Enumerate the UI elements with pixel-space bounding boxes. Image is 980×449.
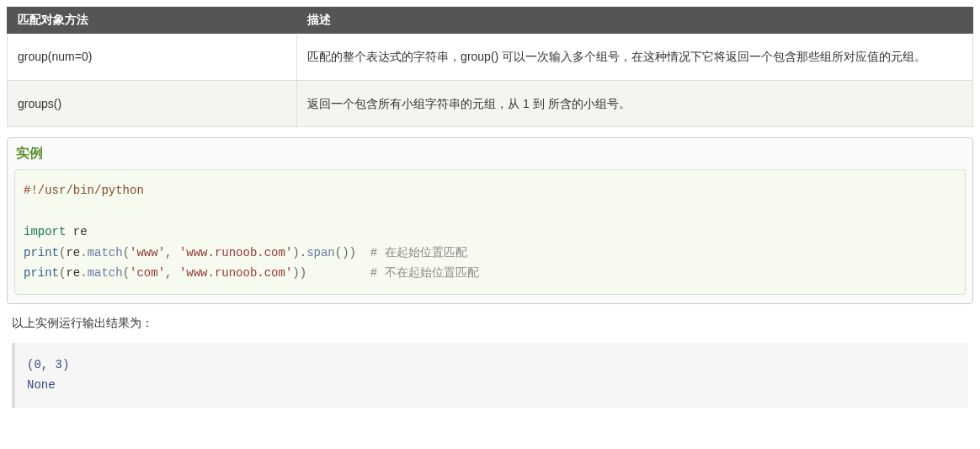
table-row: groups() 返回一个包含所有小组字符串的元组，从 1 到 所含的小组号。 [8,80,973,127]
obj-re: re [66,266,80,280]
code-block: #!/usr/bin/python import re print(re.mat… [14,169,966,295]
str: 'www.runoob.com' [179,266,292,280]
shebang-line: #!/usr/bin/python [24,184,144,197]
fn-span: span [306,246,335,259]
cell-method: group(num=0) [8,34,297,81]
cell-desc: 匹配的整个表达式的字符串，group() 可以一次输入多个组号，在这种情况下它将… [297,34,973,81]
str: 'com' [130,266,165,280]
example-title: 实例 [8,138,972,166]
th-desc: 描述 [297,8,973,34]
str: 'www.runoob.com' [179,246,292,259]
mod-name: re [73,225,88,238]
fn-print: print [24,246,59,259]
output-block: (0, 3) None [12,343,968,408]
comment: # 不在起始位置匹配 [370,266,479,280]
str: 'www' [130,246,165,259]
methods-table: 匹配对象方法 描述 group(num=0) 匹配的整个表达式的字符串，grou… [7,7,973,127]
example-box: 实例 #!/usr/bin/python import re print(re.… [7,137,973,304]
obj-re: re [66,246,80,259]
fn-match: match [88,246,123,259]
kw-import: import [24,225,66,238]
result-label: 以上实例运行输出结果为： [12,316,968,331]
th-method: 匹配对象方法 [8,8,297,34]
fn-match: match [88,266,123,280]
cell-method: groups() [8,80,297,127]
cell-desc: 返回一个包含所有小组字符串的元组，从 1 到 所含的小组号。 [297,80,973,127]
comment: # 在起始位置匹配 [370,246,467,259]
fn-print: print [24,266,59,280]
table-row: group(num=0) 匹配的整个表达式的字符串，group() 可以一次输入… [8,34,973,81]
